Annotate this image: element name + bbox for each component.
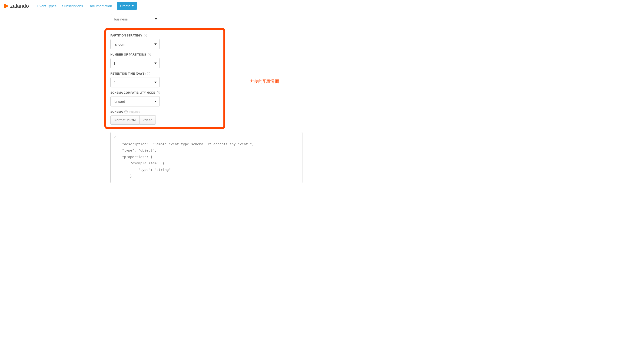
number-of-partitions-label: NUMBER OF PARTITIONS ? bbox=[110, 53, 219, 56]
field-schema-header: SCHEMA ? required Format JSON Clear bbox=[110, 110, 219, 125]
required-tag: required bbox=[130, 110, 140, 113]
chevron-down-icon bbox=[154, 63, 157, 64]
retention-time-select[interactable]: 4 bbox=[110, 77, 160, 87]
brand[interactable]: zalando bbox=[4, 3, 29, 9]
nav-link-documentation[interactable]: Documentation bbox=[86, 0, 115, 12]
chevron-down-icon bbox=[155, 18, 157, 20]
schema-compatibility-label-text: SCHEMA COMPATIBILITY MODE bbox=[110, 91, 155, 94]
number-of-partitions-label-text: NUMBER OF PARTITIONS bbox=[110, 53, 146, 56]
schema-button-row: Format JSON Clear bbox=[110, 115, 219, 125]
retention-time-value: 4 bbox=[113, 80, 115, 84]
category-select-value: business bbox=[114, 17, 128, 21]
page: 方便的配置界面 business PARTITION STRATEGY ? ra… bbox=[13, 12, 617, 364]
chevron-down-icon bbox=[154, 43, 157, 45]
partition-strategy-value: random bbox=[113, 42, 125, 46]
field-schema-compatibility: SCHEMA COMPATIBILITY MODE ? forward bbox=[110, 91, 219, 106]
clear-button[interactable]: Clear bbox=[140, 115, 156, 125]
category-select[interactable]: business bbox=[111, 14, 160, 24]
navbar: zalando Event Types Subscriptions Docume… bbox=[0, 0, 617, 12]
chevron-down-icon bbox=[132, 5, 134, 7]
field-category: business bbox=[111, 14, 218, 24]
chevron-down-icon bbox=[154, 101, 157, 102]
highlight-box: PARTITION STRATEGY ? random NUMBER OF PA… bbox=[104, 28, 225, 129]
help-icon[interactable]: ? bbox=[144, 34, 147, 37]
help-icon[interactable]: ? bbox=[148, 53, 151, 56]
help-icon[interactable]: ? bbox=[157, 91, 160, 94]
schema-label: SCHEMA ? required bbox=[110, 110, 219, 113]
partition-strategy-select[interactable]: random bbox=[110, 39, 160, 49]
number-of-partitions-select[interactable]: 1 bbox=[110, 58, 160, 68]
nav-link-subscriptions[interactable]: Subscriptions bbox=[59, 0, 86, 12]
nav-links: Event Types Subscriptions Documentation … bbox=[35, 0, 137, 12]
brand-name: zalando bbox=[10, 3, 29, 9]
number-of-partitions-value: 1 bbox=[113, 61, 115, 65]
retention-time-label-text: RETENTION TIME (DAYS) bbox=[110, 72, 145, 75]
create-button[interactable]: Create bbox=[117, 2, 137, 10]
field-partition-strategy: PARTITION STRATEGY ? random bbox=[110, 34, 219, 49]
create-button-label: Create bbox=[120, 4, 131, 8]
retention-time-label: RETENTION TIME (DAYS) ? bbox=[110, 72, 219, 75]
help-icon[interactable]: ? bbox=[124, 110, 128, 113]
partition-strategy-label: PARTITION STRATEGY ? bbox=[110, 34, 219, 37]
schema-label-text: SCHEMA bbox=[110, 110, 123, 113]
field-retention-time: RETENTION TIME (DAYS) ? 4 bbox=[110, 72, 219, 87]
partition-strategy-label-text: PARTITION STRATEGY bbox=[110, 34, 142, 37]
schema-textarea[interactable] bbox=[110, 132, 302, 183]
nav-link-event-types[interactable]: Event Types bbox=[35, 0, 59, 12]
annotation-text: 方便的配置界面 bbox=[250, 78, 279, 84]
chevron-down-icon bbox=[154, 82, 157, 83]
help-icon[interactable]: ? bbox=[147, 72, 150, 75]
brand-logo-icon bbox=[4, 3, 9, 9]
schema-area-wrap bbox=[110, 132, 302, 184]
field-number-of-partitions: NUMBER OF PARTITIONS ? 1 bbox=[110, 53, 219, 68]
schema-compatibility-select[interactable]: forward bbox=[110, 96, 160, 106]
schema-compatibility-value: forward bbox=[113, 100, 125, 104]
format-json-button[interactable]: Format JSON bbox=[110, 115, 140, 125]
form-column: business PARTITION STRATEGY ? random NUM… bbox=[13, 14, 218, 184]
schema-compatibility-label: SCHEMA COMPATIBILITY MODE ? bbox=[110, 91, 219, 94]
